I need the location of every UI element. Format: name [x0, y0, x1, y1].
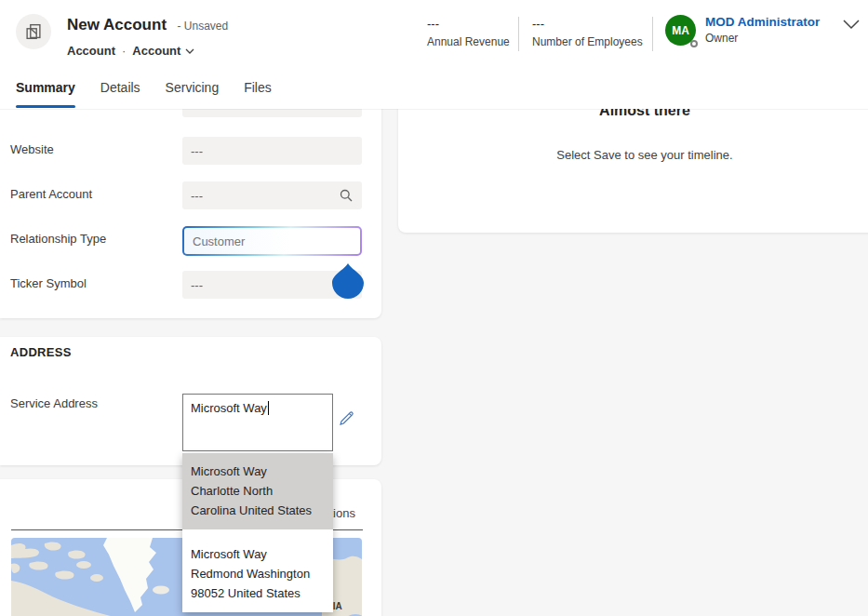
record-subtitle: Account · Account: [67, 44, 194, 58]
suggestion-line: Redmond Washington: [191, 564, 325, 583]
owner-avatar: MA: [665, 15, 696, 46]
suggestion-line: 98052 United States: [191, 583, 325, 603]
ticker-symbol-value: ---: [191, 278, 203, 292]
annual-revenue-label: Annual Revenue: [427, 35, 510, 48]
employees-value: ---: [532, 17, 643, 33]
form-selector-label: Account: [132, 44, 180, 58]
subtitle-separator: ·: [122, 44, 126, 58]
chevron-down-icon: [842, 19, 861, 30]
search-icon[interactable]: [339, 188, 354, 203]
avatar-initials: MA: [672, 24, 689, 37]
ticker-symbol-label: Ticker Symbol: [10, 276, 87, 290]
parent-account-value: ---: [191, 189, 203, 203]
address-section-card: ADDRESS Service Address Microsoft Way: [0, 337, 381, 465]
suggestion-line: Microsoft Way: [191, 462, 325, 481]
annual-revenue-stat: --- Annual Revenue: [427, 17, 510, 48]
annual-revenue-value: ---: [427, 17, 510, 33]
account-entity-icon: [16, 14, 51, 49]
tab-summary[interactable]: Summary: [16, 80, 75, 106]
general-section-card: Website --- Parent Account --- Relations…: [0, 109, 381, 318]
suggestion-line: Microsoft Way: [191, 544, 325, 564]
account-entity-glyph: [23, 21, 44, 42]
service-address-label: Service Address: [10, 396, 98, 410]
timeline-empty-subtitle: Select Save to see your timeline.: [398, 148, 868, 162]
owner-role-label: Owner: [705, 32, 820, 45]
parent-account-label: Parent Account: [10, 187, 92, 201]
edit-address-button[interactable]: [338, 409, 355, 427]
entity-type-label: Account: [67, 44, 115, 58]
header-divider: [652, 17, 653, 51]
address-suggestion-item[interactable]: Microsoft Way Redmond Washington 98052 U…: [182, 536, 333, 612]
collapse-header-button[interactable]: [842, 19, 861, 30]
employees-stat: --- Number of Employees: [532, 17, 643, 48]
unsaved-status: - Unsaved: [178, 20, 229, 33]
record-title-row: New Account - Unsaved: [67, 16, 228, 34]
page-title: New Account: [67, 16, 167, 33]
chevron-down-icon: [185, 48, 194, 54]
website-input[interactable]: ---: [182, 137, 362, 165]
pencil-icon: [338, 409, 355, 427]
relationship-type-label: Relationship Type: [10, 232, 106, 246]
relationship-type-value: Customer: [184, 228, 360, 254]
address-suggestion-item[interactable]: Microsoft Way Charlotte North Carolina U…: [182, 453, 333, 529]
relationship-type-input[interactable]: Customer: [182, 226, 362, 256]
address-suggestions-dropdown: Microsoft Way Charlotte North Carolina U…: [182, 453, 333, 612]
parent-account-input[interactable]: ---: [182, 181, 362, 209]
tab-servicing[interactable]: Servicing: [166, 80, 220, 106]
website-value: ---: [191, 144, 203, 158]
tab-files[interactable]: Files: [244, 80, 272, 106]
owner-text: MOD Administrator Owner: [705, 15, 820, 46]
form-body: Website --- Parent Account --- Relations…: [0, 109, 868, 616]
owner-block[interactable]: MA MOD Administrator Owner: [665, 15, 820, 46]
presence-badge-icon: [690, 40, 698, 47]
owner-name-link[interactable]: MOD Administrator: [705, 15, 820, 29]
timeline-card: Almost there Select Save to see your tim…: [398, 109, 868, 233]
header-divider: [518, 17, 519, 51]
timeline-empty-title: Almost there: [398, 109, 868, 119]
website-label: Website: [10, 142, 54, 156]
address-section-title: ADDRESS: [10, 345, 72, 359]
service-address-input[interactable]: Microsoft Way: [182, 394, 333, 451]
text-caret: [268, 401, 269, 415]
touch-cursor-droplet-icon: [332, 263, 364, 299]
clipped-field-input[interactable]: [182, 109, 362, 117]
suggestion-line: Charlotte North: [191, 481, 325, 501]
tab-details[interactable]: Details: [100, 80, 140, 106]
record-header: New Account - Unsaved Account · Account …: [0, 0, 868, 109]
form-selector[interactable]: Account: [132, 44, 194, 58]
service-address-value: Microsoft Way: [191, 401, 267, 415]
dropdown-gap: [182, 529, 333, 536]
employees-label: Number of Employees: [532, 35, 643, 48]
form-tabs: Summary Details Servicing Files: [16, 80, 272, 106]
suggestion-line: Carolina United States: [191, 501, 325, 520]
